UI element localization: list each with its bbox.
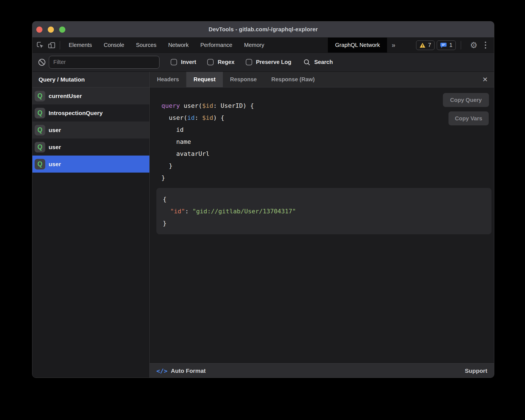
chat-bubble-icon [440,42,447,48]
devtools-window: DevTools - gitlab.com/-/graphql-explorer… [32,21,494,378]
code-token: } [163,220,166,227]
tab-sources[interactable]: Sources [130,38,162,52]
list-item-user-2[interactable]: Q user [32,139,149,156]
code-token: "id" [170,208,185,215]
code-token: } [161,162,173,169]
code-token: name [161,138,191,145]
code-token: : UserID) { [213,102,254,109]
code-token: "gid://gitlab/User/13704317" [192,208,296,215]
regex-checkbox-box [207,59,214,65]
search-button[interactable]: Search [303,58,333,66]
more-options-icon[interactable] [485,38,486,52]
code-token: id [161,126,183,133]
preserve-log-checkbox-box [246,59,252,65]
toolbar-separator [60,41,60,49]
badges-separator [461,41,461,49]
list-item-user-3-selected[interactable]: Q user [32,156,149,173]
close-window-button[interactable] [36,27,42,33]
invert-label: Invert [181,59,196,65]
warning-count: 7 [428,42,431,48]
query-type-badge: Q [35,159,45,170]
device-toolbar-icon[interactable] [46,38,57,52]
filter-toolbar: Invert Regex Preserve Log Search [32,53,494,72]
detail-panel: Headers Request Response Response (Raw) … [150,72,494,378]
code-token: : [195,114,202,121]
window-title: DevTools - gitlab.com/-/graphql-explorer [209,26,318,33]
inspect-element-icon[interactable] [35,38,46,52]
code-token: } [161,174,165,181]
status-badges: 7 1 [416,38,456,52]
preserve-log-label: Preserve Log [256,59,292,65]
panel-footer: </> Auto Format Support [150,363,494,378]
invert-checkbox[interactable]: Invert [171,59,196,65]
query-type-badge: Q [35,108,45,118]
detail-tabs: Headers Request Response Response (Raw) … [150,72,494,87]
tab-response-raw[interactable]: Response (Raw) [264,72,322,87]
preserve-log-checkbox[interactable]: Preserve Log [246,59,292,65]
code-token: query [161,102,180,109]
query-variables-code: { "id": "gid://gitlab/User/13704317" } [163,193,485,229]
sidebar-header: Query / Mutation [32,72,149,87]
code-token: { [163,196,166,203]
list-item-user-1[interactable]: Q user [32,121,149,139]
tabbar-right-cluster: GraphQL Network » 7 [328,38,494,52]
tab-network[interactable]: Network [162,38,194,52]
message-count: 1 [449,42,452,48]
tab-console[interactable]: Console [98,38,130,52]
tab-response[interactable]: Response [223,72,264,87]
graphql-query-code: query user($id: UserID) { user(id: $id) … [161,100,254,184]
tab-memory[interactable]: Memory [238,38,270,52]
more-tabs-icon[interactable]: » [387,38,400,52]
search-label: Search [314,59,333,65]
tab-elements[interactable]: Elements [63,38,98,52]
invert-checkbox-box [171,59,177,65]
code-token: ) { [213,114,224,121]
code-token: user( [161,114,187,121]
request-list-sidebar: Query / Mutation Q currentUser Q Introsp… [32,72,150,378]
query-type-badge: Q [35,125,45,135]
tab-request[interactable]: Request [186,72,223,87]
close-panel-icon[interactable]: ✕ [482,72,488,87]
regex-checkbox[interactable]: Regex [207,59,234,65]
tab-performance[interactable]: Performance [195,38,238,52]
search-icon [303,58,311,66]
copy-query-button[interactable]: Copy Query [443,93,489,107]
copy-vars-button[interactable]: Copy Vars [448,111,489,125]
traffic-lights [36,22,65,37]
warning-icon [419,42,426,48]
code-format-icon: </> [156,367,168,374]
list-item-currentuser[interactable]: Q currentUser [32,87,149,104]
list-item-label: currentUser [49,93,82,99]
regex-label: Regex [218,59,234,65]
query-variables-box: { "id": "gid://gitlab/User/13704317" } [156,188,491,234]
settings-gear-icon[interactable]: ⚙ [470,38,478,52]
titlebar: DevTools - gitlab.com/-/graphql-explorer [32,22,494,38]
code-token: id [187,114,195,121]
zoom-window-button[interactable] [59,27,65,33]
query-type-badge: Q [35,91,45,101]
auto-format-button[interactable]: Auto Format [171,367,206,374]
code-token: $id [202,114,213,121]
content-area: Query / Mutation Q currentUser Q Introsp… [32,72,494,378]
code-token: user( [180,102,202,109]
query-type-badge: Q [35,142,45,152]
code-token: avatarUrl [161,150,209,157]
code-token: : [185,208,192,215]
list-item-label: user [49,127,61,133]
tab-headers[interactable]: Headers [150,72,186,87]
code-token [163,208,170,215]
code-token: $id [202,102,213,109]
tab-graphql-network[interactable]: GraphQL Network [328,38,387,52]
support-link[interactable]: Support [465,367,487,374]
request-panel-body: query user($id: UserID) { user(id: $id) … [150,87,494,363]
devtools-tabbar: Elements Console Sources Network Perform… [32,38,494,53]
list-item-label: user [49,161,61,168]
messages-badge[interactable]: 1 [437,40,456,50]
minimize-window-button[interactable] [48,27,54,33]
filter-input[interactable] [49,56,159,69]
list-item-introspectionquery[interactable]: Q IntrospectionQuery [32,104,149,121]
list-item-label: user [49,144,61,151]
block-requests-icon[interactable] [36,58,48,66]
warnings-badge[interactable]: 7 [416,40,435,50]
list-item-label: IntrospectionQuery [49,110,103,116]
